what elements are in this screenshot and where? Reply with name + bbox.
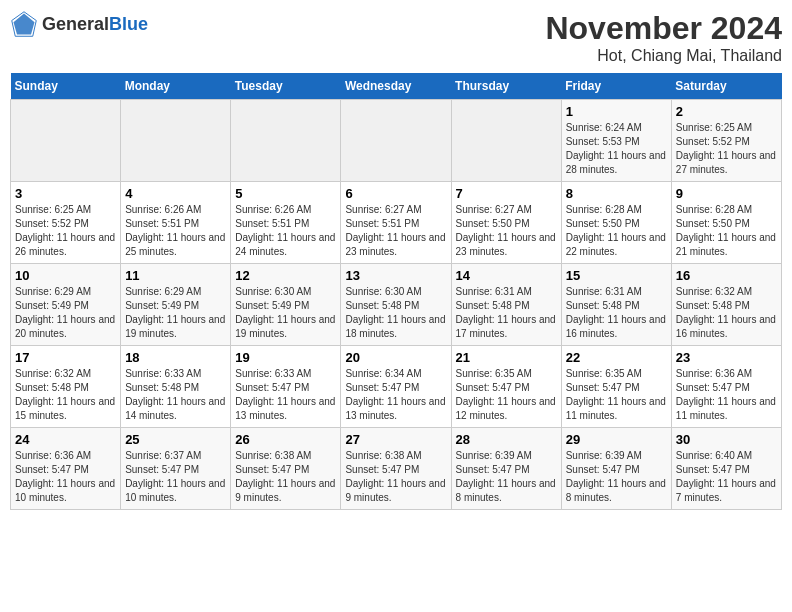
day-info: Sunrise: 6:32 AM Sunset: 5:48 PM Dayligh… <box>676 285 777 341</box>
calendar-cell: 22Sunrise: 6:35 AM Sunset: 5:47 PM Dayli… <box>561 346 671 428</box>
day-info: Sunrise: 6:36 AM Sunset: 5:47 PM Dayligh… <box>676 367 777 423</box>
calendar-cell: 5Sunrise: 6:26 AM Sunset: 5:51 PM Daylig… <box>231 182 341 264</box>
calendar-cell: 19Sunrise: 6:33 AM Sunset: 5:47 PM Dayli… <box>231 346 341 428</box>
day-info: Sunrise: 6:39 AM Sunset: 5:47 PM Dayligh… <box>566 449 667 505</box>
day-number: 6 <box>345 186 446 201</box>
day-info: Sunrise: 6:29 AM Sunset: 5:49 PM Dayligh… <box>125 285 226 341</box>
weekday-header-wednesday: Wednesday <box>341 73 451 100</box>
day-info: Sunrise: 6:35 AM Sunset: 5:47 PM Dayligh… <box>456 367 557 423</box>
day-info: Sunrise: 6:30 AM Sunset: 5:48 PM Dayligh… <box>345 285 446 341</box>
week-row-4: 17Sunrise: 6:32 AM Sunset: 5:48 PM Dayli… <box>11 346 782 428</box>
day-info: Sunrise: 6:32 AM Sunset: 5:48 PM Dayligh… <box>15 367 116 423</box>
title-area: November 2024 Hot, Chiang Mai, Thailand <box>545 10 782 65</box>
weekday-header-friday: Friday <box>561 73 671 100</box>
weekday-header-tuesday: Tuesday <box>231 73 341 100</box>
day-number: 2 <box>676 104 777 119</box>
week-row-1: 1Sunrise: 6:24 AM Sunset: 5:53 PM Daylig… <box>11 100 782 182</box>
calendar-cell: 13Sunrise: 6:30 AM Sunset: 5:48 PM Dayli… <box>341 264 451 346</box>
day-number: 1 <box>566 104 667 119</box>
day-number: 13 <box>345 268 446 283</box>
day-number: 10 <box>15 268 116 283</box>
calendar-cell <box>11 100 121 182</box>
logo-text: GeneralBlue <box>42 14 148 35</box>
day-number: 9 <box>676 186 777 201</box>
weekday-header-row: SundayMondayTuesdayWednesdayThursdayFrid… <box>11 73 782 100</box>
weekday-header-thursday: Thursday <box>451 73 561 100</box>
day-info: Sunrise: 6:25 AM Sunset: 5:52 PM Dayligh… <box>15 203 116 259</box>
day-info: Sunrise: 6:28 AM Sunset: 5:50 PM Dayligh… <box>676 203 777 259</box>
day-info: Sunrise: 6:29 AM Sunset: 5:49 PM Dayligh… <box>15 285 116 341</box>
day-info: Sunrise: 6:34 AM Sunset: 5:47 PM Dayligh… <box>345 367 446 423</box>
day-number: 21 <box>456 350 557 365</box>
day-number: 24 <box>15 432 116 447</box>
day-info: Sunrise: 6:25 AM Sunset: 5:52 PM Dayligh… <box>676 121 777 177</box>
day-info: Sunrise: 6:39 AM Sunset: 5:47 PM Dayligh… <box>456 449 557 505</box>
calendar-cell <box>341 100 451 182</box>
day-info: Sunrise: 6:31 AM Sunset: 5:48 PM Dayligh… <box>566 285 667 341</box>
day-number: 3 <box>15 186 116 201</box>
logo: GeneralBlue <box>10 10 148 38</box>
day-info: Sunrise: 6:35 AM Sunset: 5:47 PM Dayligh… <box>566 367 667 423</box>
calendar-cell: 7Sunrise: 6:27 AM Sunset: 5:50 PM Daylig… <box>451 182 561 264</box>
calendar-cell: 2Sunrise: 6:25 AM Sunset: 5:52 PM Daylig… <box>671 100 781 182</box>
day-number: 30 <box>676 432 777 447</box>
calendar-cell: 9Sunrise: 6:28 AM Sunset: 5:50 PM Daylig… <box>671 182 781 264</box>
logo-general: General <box>42 14 109 34</box>
day-number: 12 <box>235 268 336 283</box>
calendar-cell <box>231 100 341 182</box>
calendar-cell: 30Sunrise: 6:40 AM Sunset: 5:47 PM Dayli… <box>671 428 781 510</box>
calendar-cell: 26Sunrise: 6:38 AM Sunset: 5:47 PM Dayli… <box>231 428 341 510</box>
calendar-table: SundayMondayTuesdayWednesdayThursdayFrid… <box>10 73 782 510</box>
day-number: 15 <box>566 268 667 283</box>
day-number: 17 <box>15 350 116 365</box>
weekday-header-sunday: Sunday <box>11 73 121 100</box>
day-info: Sunrise: 6:40 AM Sunset: 5:47 PM Dayligh… <box>676 449 777 505</box>
day-info: Sunrise: 6:33 AM Sunset: 5:47 PM Dayligh… <box>235 367 336 423</box>
calendar-cell: 3Sunrise: 6:25 AM Sunset: 5:52 PM Daylig… <box>11 182 121 264</box>
calendar-cell: 17Sunrise: 6:32 AM Sunset: 5:48 PM Dayli… <box>11 346 121 428</box>
day-info: Sunrise: 6:26 AM Sunset: 5:51 PM Dayligh… <box>235 203 336 259</box>
calendar-cell: 8Sunrise: 6:28 AM Sunset: 5:50 PM Daylig… <box>561 182 671 264</box>
week-row-2: 3Sunrise: 6:25 AM Sunset: 5:52 PM Daylig… <box>11 182 782 264</box>
calendar-cell: 16Sunrise: 6:32 AM Sunset: 5:48 PM Dayli… <box>671 264 781 346</box>
calendar-cell: 15Sunrise: 6:31 AM Sunset: 5:48 PM Dayli… <box>561 264 671 346</box>
main-title: November 2024 <box>545 10 782 47</box>
day-info: Sunrise: 6:24 AM Sunset: 5:53 PM Dayligh… <box>566 121 667 177</box>
calendar-cell: 14Sunrise: 6:31 AM Sunset: 5:48 PM Dayli… <box>451 264 561 346</box>
calendar-cell: 1Sunrise: 6:24 AM Sunset: 5:53 PM Daylig… <box>561 100 671 182</box>
calendar-cell: 18Sunrise: 6:33 AM Sunset: 5:48 PM Dayli… <box>121 346 231 428</box>
calendar-cell: 29Sunrise: 6:39 AM Sunset: 5:47 PM Dayli… <box>561 428 671 510</box>
calendar-cell: 21Sunrise: 6:35 AM Sunset: 5:47 PM Dayli… <box>451 346 561 428</box>
weekday-header-saturday: Saturday <box>671 73 781 100</box>
calendar-cell <box>121 100 231 182</box>
day-number: 7 <box>456 186 557 201</box>
day-number: 27 <box>345 432 446 447</box>
week-row-3: 10Sunrise: 6:29 AM Sunset: 5:49 PM Dayli… <box>11 264 782 346</box>
calendar-cell: 12Sunrise: 6:30 AM Sunset: 5:49 PM Dayli… <box>231 264 341 346</box>
calendar-cell: 27Sunrise: 6:38 AM Sunset: 5:47 PM Dayli… <box>341 428 451 510</box>
day-info: Sunrise: 6:26 AM Sunset: 5:51 PM Dayligh… <box>125 203 226 259</box>
day-number: 18 <box>125 350 226 365</box>
sub-title: Hot, Chiang Mai, Thailand <box>545 47 782 65</box>
day-number: 19 <box>235 350 336 365</box>
weekday-header-monday: Monday <box>121 73 231 100</box>
calendar-cell <box>451 100 561 182</box>
day-number: 29 <box>566 432 667 447</box>
day-info: Sunrise: 6:33 AM Sunset: 5:48 PM Dayligh… <box>125 367 226 423</box>
calendar-cell: 24Sunrise: 6:36 AM Sunset: 5:47 PM Dayli… <box>11 428 121 510</box>
day-info: Sunrise: 6:38 AM Sunset: 5:47 PM Dayligh… <box>235 449 336 505</box>
day-number: 25 <box>125 432 226 447</box>
day-number: 16 <box>676 268 777 283</box>
day-number: 28 <box>456 432 557 447</box>
day-number: 8 <box>566 186 667 201</box>
day-info: Sunrise: 6:27 AM Sunset: 5:51 PM Dayligh… <box>345 203 446 259</box>
header: GeneralBlue November 2024 Hot, Chiang Ma… <box>10 10 782 65</box>
logo-blue: Blue <box>109 14 148 34</box>
day-number: 23 <box>676 350 777 365</box>
day-number: 26 <box>235 432 336 447</box>
calendar-cell: 6Sunrise: 6:27 AM Sunset: 5:51 PM Daylig… <box>341 182 451 264</box>
day-info: Sunrise: 6:36 AM Sunset: 5:47 PM Dayligh… <box>15 449 116 505</box>
day-info: Sunrise: 6:27 AM Sunset: 5:50 PM Dayligh… <box>456 203 557 259</box>
week-row-5: 24Sunrise: 6:36 AM Sunset: 5:47 PM Dayli… <box>11 428 782 510</box>
calendar-cell: 10Sunrise: 6:29 AM Sunset: 5:49 PM Dayli… <box>11 264 121 346</box>
